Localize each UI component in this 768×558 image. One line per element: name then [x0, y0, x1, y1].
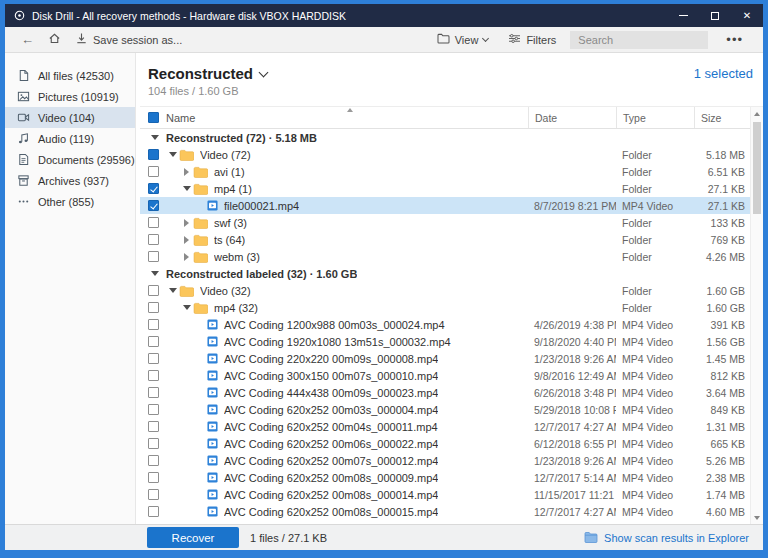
sidebar-item-all-files[interactable]: All files (42530) — [5, 65, 135, 86]
folder-row[interactable]: Video (72)Folder5.18 MB — [140, 146, 750, 163]
row-checkbox[interactable] — [148, 200, 159, 211]
recover-button[interactable]: Recover — [147, 527, 239, 548]
column-header-size[interactable]: Size — [694, 107, 750, 128]
collapse-toggle-icon[interactable] — [180, 301, 193, 314]
row-name: AVC Coding 620x252 00m08s_000014.mp4 — [224, 489, 438, 501]
more-options-button[interactable]: ••• — [716, 29, 753, 50]
row-checkbox[interactable] — [148, 455, 159, 466]
folder-row[interactable]: Video (32)Folder1.60 GB — [140, 282, 750, 299]
row-checkbox[interactable] — [148, 166, 159, 177]
scrollbar-thumb[interactable] — [753, 122, 761, 214]
row-checkbox[interactable] — [148, 353, 159, 364]
vertical-scrollbar[interactable] — [750, 107, 763, 524]
row-date: 4/26/2019 4:38 PM — [528, 319, 616, 331]
file-row[interactable]: AVC Coding 620x252 00m04s_000011.mp412/7… — [140, 418, 750, 435]
sidebar-item-other[interactable]: Other (855) — [5, 191, 135, 212]
section-dropdown[interactable]: Reconstructed — [148, 65, 267, 82]
row-checkbox[interactable] — [148, 472, 159, 483]
folder-row[interactable]: mp4 (32)Folder1.60 GB — [140, 299, 750, 316]
close-button[interactable]: ✕ — [731, 4, 763, 27]
row-checkbox[interactable] — [148, 234, 159, 245]
row-checkbox[interactable] — [148, 404, 159, 415]
back-button[interactable]: ← — [15, 30, 40, 49]
view-dropdown[interactable]: View — [431, 30, 495, 49]
group-header-row[interactable]: Reconstructed (72) · 5.18 MB — [140, 129, 750, 146]
video-file-icon — [207, 200, 218, 211]
file-row[interactable]: AVC Coding 1920x1080 13m51s_000032.mp49/… — [140, 333, 750, 350]
row-date: 6/26/2018 3:48 PM — [528, 387, 616, 399]
row-checkbox[interactable] — [148, 251, 159, 262]
file-row[interactable]: AVC Coding 620x252 00m06s_000022.mp46/12… — [140, 435, 750, 452]
row-checkbox[interactable] — [148, 149, 159, 160]
expand-toggle-icon[interactable] — [180, 250, 193, 263]
filters-button[interactable]: Filters — [502, 30, 562, 49]
collapse-group-icon[interactable] — [148, 131, 161, 144]
maximize-button[interactable] — [699, 4, 731, 27]
file-row[interactable]: file000021.mp48/7/2019 8:21 PMMP4 Video2… — [140, 197, 750, 214]
row-checkbox[interactable] — [148, 438, 159, 449]
row-checkbox[interactable] — [148, 370, 159, 381]
file-row[interactable]: AVC Coding 620x252 00m08s_000014.mp411/1… — [140, 486, 750, 503]
sidebar-item-audio[interactable]: Audio (119) — [5, 128, 135, 149]
folder-row[interactable]: avi (1)Folder6.51 KB — [140, 163, 750, 180]
file-row[interactable]: AVC Coding 300x150 00m07s_000010.mp49/8/… — [140, 367, 750, 384]
file-row[interactable]: AVC Coding 620x252 00m08s_000015.mp412/7… — [140, 503, 750, 520]
row-checkbox[interactable] — [148, 217, 159, 228]
row-name: Video (32) — [200, 285, 251, 297]
sidebar-item-pictures[interactable]: Pictures (10919) — [5, 86, 135, 107]
file-row[interactable]: AVC Coding 444x438 00m09s_000023.mp46/26… — [140, 384, 750, 401]
sidebar-item-documents[interactable]: Documents (29596) — [5, 149, 135, 170]
row-type: MP4 Video — [616, 353, 694, 365]
folder-row[interactable]: swf (3)Folder133 KB — [140, 214, 750, 231]
row-checkbox[interactable] — [148, 285, 159, 296]
file-row[interactable]: AVC Coding 620x252 00m08s_000009.mp412/7… — [140, 469, 750, 486]
column-header-name[interactable]: Name — [166, 107, 528, 128]
sort-ascending-icon — [347, 108, 353, 112]
file-row[interactable]: AVC Coding 620x252 00m07s_000012.mp41/23… — [140, 452, 750, 469]
column-header-type[interactable]: Type — [616, 107, 694, 128]
row-type: Folder — [616, 149, 694, 161]
scroll-down-icon[interactable] — [751, 511, 763, 524]
column-header-date[interactable]: Date — [528, 107, 616, 128]
table-header: Name Date Type Size — [140, 107, 763, 129]
folder-row[interactable]: ts (64)Folder769 KB — [140, 231, 750, 248]
expand-toggle-icon[interactable] — [180, 165, 193, 178]
home-button[interactable] — [42, 29, 67, 50]
sidebar-item-archives[interactable]: Archives (937) — [5, 170, 135, 191]
row-checkbox[interactable] — [148, 506, 159, 517]
sidebar-item-video[interactable]: Video (104) — [5, 107, 135, 128]
minimize-button[interactable] — [667, 4, 699, 27]
expand-toggle-icon[interactable] — [180, 216, 193, 229]
folder-row[interactable]: mp4 (1)Folder27.1 KB — [140, 180, 750, 197]
folder-row[interactable]: webm (3)Folder4.26 MB — [140, 248, 750, 265]
row-checkbox[interactable] — [148, 183, 159, 194]
collapse-toggle-icon[interactable] — [166, 284, 179, 297]
row-checkbox[interactable] — [148, 489, 159, 500]
row-checkbox[interactable] — [148, 302, 159, 313]
pictures-icon — [17, 90, 30, 103]
file-row[interactable]: AVC Coding 1200x988 00m03s_000024.mp44/2… — [140, 316, 750, 333]
select-all-checkbox[interactable] — [148, 112, 159, 123]
file-row[interactable]: AVC Coding 620x252 00m03s_000004.mp45/29… — [140, 401, 750, 418]
collapse-group-icon[interactable] — [148, 267, 161, 280]
row-type: MP4 Video — [616, 506, 694, 518]
scrollbar-track[interactable] — [751, 120, 763, 511]
row-checkbox[interactable] — [148, 421, 159, 432]
show-in-explorer-link[interactable]: Show scan results in Explorer — [584, 531, 749, 545]
file-row[interactable]: AVC Coding 220x220 00m09s_000008.mp41/23… — [140, 350, 750, 367]
group-header-row[interactable]: Reconstructed labeled (32) · 1.60 GB — [140, 265, 750, 282]
video-file-icon — [207, 421, 218, 432]
sidebar-item-label: Archives (937) — [38, 175, 109, 187]
row-checkbox[interactable] — [148, 319, 159, 330]
row-checkbox[interactable] — [148, 336, 159, 347]
collapse-toggle-icon[interactable] — [180, 182, 193, 195]
search-input[interactable] — [570, 31, 708, 49]
selected-count[interactable]: 1 selected — [694, 66, 753, 81]
collapse-toggle-icon[interactable] — [166, 148, 179, 161]
expand-toggle-icon[interactable] — [180, 233, 193, 246]
save-session-button[interactable]: Save session as... — [69, 29, 188, 50]
row-checkbox[interactable] — [148, 387, 159, 398]
selection-info: 1 files / 27.1 KB — [250, 532, 327, 544]
row-size: 391 KB — [694, 319, 750, 331]
scroll-up-icon[interactable] — [751, 107, 763, 120]
